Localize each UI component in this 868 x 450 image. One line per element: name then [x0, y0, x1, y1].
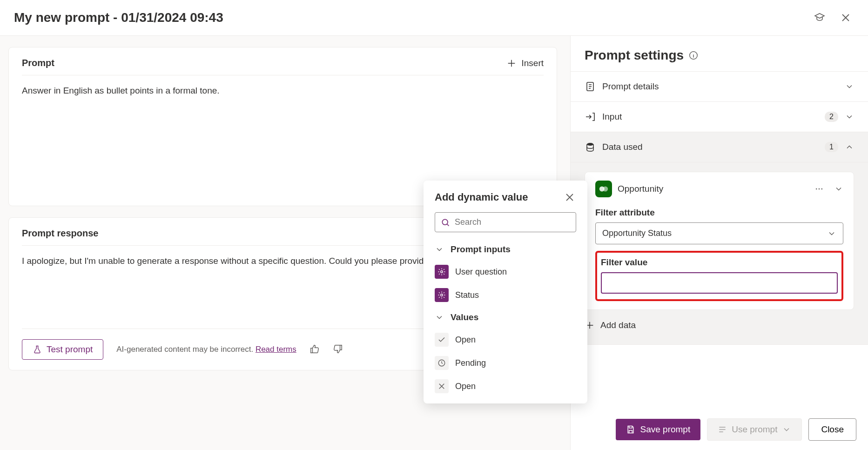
- dataverse-icon: [595, 181, 612, 197]
- save-prompt-button[interactable]: Save prompt: [616, 419, 700, 440]
- svg-point-9: [441, 271, 443, 273]
- chevron-down-icon: [845, 112, 854, 121]
- flask-icon: [33, 345, 42, 354]
- close-icon[interactable]: [837, 9, 854, 26]
- gear-icon: [435, 265, 449, 279]
- popover-close-icon[interactable]: [563, 191, 576, 204]
- chevron-down-icon: [827, 229, 836, 238]
- value-item-open-2[interactable]: Open: [424, 375, 587, 398]
- accordion-prompt-details[interactable]: Prompt details: [571, 72, 868, 102]
- plus-icon: [506, 58, 517, 68]
- settings-title: Prompt settings: [571, 36, 868, 71]
- popover-search-input[interactable]: [455, 217, 570, 227]
- header-actions: [811, 9, 854, 26]
- chevron-down-icon: [435, 313, 444, 322]
- settings-accordion: Prompt details Input 2 Data used 1: [571, 71, 868, 345]
- svg-point-2: [587, 143, 593, 146]
- page-title: My new prompt - 01/31/2024 09:43: [14, 10, 223, 25]
- learn-icon[interactable]: [811, 9, 828, 26]
- chevron-up-icon: [845, 142, 854, 152]
- popover-title: Add dynamic value: [435, 191, 528, 203]
- add-dynamic-value-popover: Add dynamic value Prompt inputs User que…: [424, 181, 587, 403]
- chevron-down-icon: [782, 425, 791, 434]
- data-badge: 1: [825, 142, 838, 152]
- list-icon: [718, 425, 727, 434]
- input-badge: 2: [825, 112, 838, 122]
- accordion-input[interactable]: Input 2: [571, 102, 868, 132]
- data-card-title: Opportunity: [618, 184, 809, 194]
- svg-point-4: [603, 187, 608, 192]
- document-icon: [585, 81, 596, 92]
- accordion-data-used[interactable]: Data used 1: [571, 132, 868, 162]
- data-card-opportunity: Opportunity Filter attribute Opportunity…: [585, 172, 854, 310]
- thumbs-down-button[interactable]: [333, 344, 343, 356]
- check-icon: [435, 333, 449, 347]
- value-item-pending[interactable]: Pending: [424, 351, 587, 375]
- settings-panel: Prompt settings Prompt details Input 2 D…: [570, 36, 868, 450]
- response-title: Prompt response: [22, 228, 98, 239]
- svg-point-7: [821, 188, 823, 190]
- filter-attribute-label: Filter attribute: [595, 208, 843, 218]
- ai-disclaimer: AI-generated content may be incorrect. R…: [116, 345, 296, 354]
- value-item-open[interactable]: Open: [424, 328, 587, 351]
- search-icon: [441, 218, 450, 227]
- footer-actions: Save prompt Use prompt Close: [616, 418, 856, 441]
- data-used-body: Opportunity Filter attribute Opportunity…: [571, 162, 868, 345]
- chevron-down-icon: [845, 82, 854, 91]
- chevron-down-icon: [435, 245, 444, 254]
- page-header: My new prompt - 01/31/2024 09:43: [0, 0, 868, 36]
- more-icon[interactable]: [814, 184, 824, 194]
- thumbs-up-button[interactable]: [310, 344, 320, 356]
- save-icon: [626, 425, 635, 434]
- input-icon: [585, 111, 596, 122]
- read-terms-link[interactable]: Read terms: [256, 345, 296, 354]
- clock-icon: [435, 356, 449, 370]
- svg-point-5: [816, 188, 817, 190]
- filter-attribute-select[interactable]: Opportunity Status: [595, 222, 843, 244]
- database-icon: [585, 141, 596, 153]
- filter-value-label: Filter value: [601, 257, 838, 268]
- chevron-down-icon[interactable]: [834, 184, 843, 194]
- group-values[interactable]: Values: [424, 307, 587, 328]
- x-icon: [435, 379, 449, 393]
- filter-value-highlight: Filter value: [595, 251, 843, 301]
- gear-icon: [435, 288, 449, 302]
- prompt-title: Prompt: [22, 58, 54, 68]
- svg-point-8: [442, 219, 448, 225]
- close-button[interactable]: Close: [808, 418, 856, 441]
- svg-point-6: [819, 188, 820, 190]
- add-data-button[interactable]: Add data: [585, 320, 854, 330]
- test-prompt-button[interactable]: Test prompt: [22, 339, 103, 360]
- input-item-status[interactable]: Status: [424, 283, 587, 307]
- group-prompt-inputs[interactable]: Prompt inputs: [424, 239, 587, 260]
- popover-search[interactable]: [435, 212, 576, 232]
- svg-point-10: [441, 294, 443, 296]
- prompt-text[interactable]: Answer in English as bullet points in a …: [22, 84, 544, 195]
- insert-button[interactable]: Insert: [506, 58, 544, 68]
- use-prompt-button[interactable]: Use prompt: [707, 418, 802, 441]
- filter-value-input[interactable]: [601, 272, 838, 294]
- info-icon[interactable]: [688, 50, 699, 60]
- input-item-user-question[interactable]: User question: [424, 260, 587, 283]
